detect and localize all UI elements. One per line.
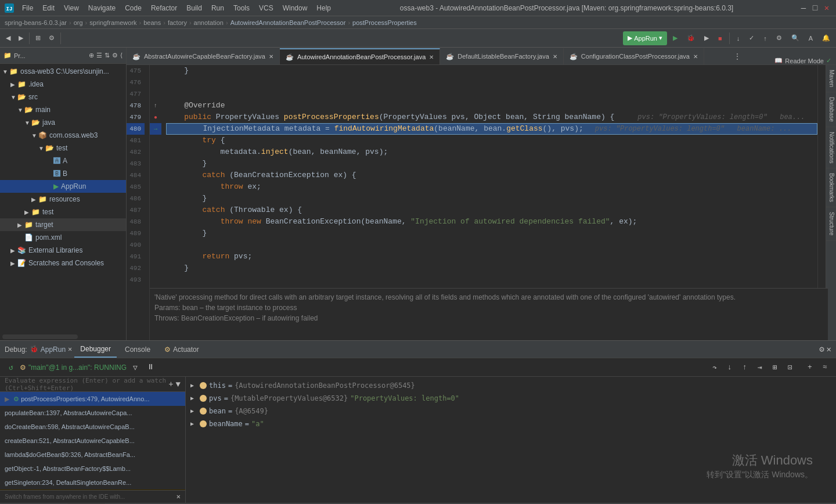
menu-build[interactable]: Build (183, 3, 206, 13)
reader-mode-button[interactable]: 📖 Reader Mode ✓ (770, 57, 836, 64)
menu-code[interactable]: Code (121, 3, 145, 13)
notifications-btn[interactable]: 🔔 (819, 31, 834, 45)
expand-beanname[interactable]: ▶ (190, 418, 197, 430)
mute-breakpoints-btn[interactable]: ⊡ (784, 361, 797, 374)
add-watch-btn[interactable]: + (803, 361, 816, 374)
close-panel-icon[interactable]: ✕ (827, 344, 831, 354)
sidebar-item-idea[interactable]: ▶ 📁 .idea (0, 78, 126, 91)
menu-run[interactable]: Run (208, 3, 228, 13)
debug-pause-icon[interactable]: ⏸ (144, 361, 157, 374)
expand-pvs[interactable]: ▶ (190, 393, 197, 404)
menu-view[interactable]: View (60, 3, 82, 13)
sidebar-item-classB[interactable]: ▶ 🅱 B (0, 167, 126, 180)
git-push-btn[interactable]: ↑ (760, 31, 770, 45)
sidebar-item-src[interactable]: ▼ 📂 src (0, 91, 126, 103)
tab-config-post[interactable]: ☕ ConfigurationClassPostProcessor.java ✕ (564, 48, 704, 64)
menu-window[interactable]: Window (279, 3, 311, 13)
toolbar-fwd-btn[interactable]: ▶ (15, 31, 27, 45)
debug-footer-close[interactable]: ✕ (176, 492, 181, 501)
sidebar-item-test[interactable]: ▼ 📂 test (0, 142, 126, 154)
sidebar-item-package[interactable]: ▼ 📦 com.ossa.web3 (0, 129, 126, 142)
debug-var-beanname[interactable]: ▶ beanName = "a" (186, 417, 836, 430)
bc-item-1[interactable]: org (74, 19, 83, 26)
sidebar-item-java[interactable]: ▼ 📂 java (0, 116, 126, 129)
minimize-button[interactable]: — (799, 3, 808, 13)
debug-frame-5[interactable]: getObject:-1, AbstractBeanFactory$$Lamb.… (0, 462, 185, 476)
debug-tab-console[interactable]: Console (119, 341, 156, 358)
sidebar-item-resources[interactable]: ▶ 📁 resources (0, 193, 126, 206)
git-update-btn[interactable]: ↓ (733, 31, 744, 45)
sidebar-item-ext-libs[interactable]: ▶ 📚 External Libraries (0, 244, 126, 257)
tab-default-listable[interactable]: ☕ DefaultListableBeanFactory.java ✕ (440, 48, 564, 64)
bc-item-2[interactable]: springframework (89, 19, 136, 26)
debug-restart-icon[interactable]: ↺ (5, 361, 17, 374)
run-coverage-btn[interactable]: ▶ (701, 31, 712, 45)
debug-frame-2[interactable]: doCreateBean:598, AbstractAutowireCapaB.… (0, 420, 185, 434)
sidebar-item-target[interactable]: ▶ 📁 target (0, 218, 126, 231)
expand-bean[interactable]: ▶ (190, 405, 197, 417)
maximize-button[interactable]: □ (810, 3, 820, 13)
side-label-notifications[interactable]: Notifications (826, 127, 836, 168)
run-debug-btn[interactable]: 🐞 (683, 31, 698, 45)
debug-frame-1[interactable]: populateBean:1397, AbstractAutowireCapa.… (0, 406, 185, 420)
debug-tab-actuator[interactable]: ⚙ Actuator (158, 341, 205, 358)
step-into-btn[interactable]: ↓ (723, 361, 736, 374)
menu-navigate[interactable]: Navigate (85, 3, 119, 13)
sidebar-item-main[interactable]: ▼ 📂 main (0, 103, 126, 116)
sidebar-item-pomxml[interactable]: ▶ 📄 pom.xml (0, 231, 126, 244)
search-btn[interactable]: 🔍 (788, 31, 803, 45)
sidebar-settings-icon[interactable]: ⚙ (112, 52, 118, 59)
toolbar-settings-btn[interactable]: ⚙ (45, 31, 58, 45)
bc-item-7[interactable]: postProcessProperties (352, 19, 417, 26)
tab-close-icon[interactable]: ✕ (693, 53, 698, 60)
menu-refactor[interactable]: Refactor (147, 3, 181, 13)
settings-icon[interactable]: ⚙ (819, 344, 824, 354)
debug-frame-6[interactable]: getSingleton:234, DefaultSingletonBeanRe… (0, 476, 185, 489)
step-over-btn[interactable]: ↷ (708, 361, 721, 374)
side-label-structure[interactable]: Structure (826, 207, 836, 241)
sidebar-item-scratches[interactable]: ▶ 📝 Scratches and Consoles (0, 257, 126, 269)
run-button[interactable]: ▶ AppRun ▾ (623, 31, 667, 45)
sidebar-list-icon[interactable]: ☰ (96, 52, 102, 59)
expand-this[interactable]: ▶ (190, 380, 197, 391)
sidebar-item-classA[interactable]: ▶ 🅰 A (0, 154, 126, 167)
tab-autowired-processor[interactable]: ☕ AutowiredAnnotationBeanPostProcessor.j… (280, 48, 440, 64)
tab-close-icon[interactable]: ✕ (553, 53, 557, 60)
close-button[interactable]: ✕ (822, 3, 831, 13)
tabs-more[interactable]: ⋮ (729, 48, 745, 64)
git-commit-btn[interactable]: ✓ (745, 31, 758, 45)
bc-item-3[interactable]: beans (143, 19, 161, 26)
settings-gear-btn[interactable]: ⚙ (773, 31, 785, 45)
debug-var-this[interactable]: ▶ this = {AutowiredAnnotationBeanPostPro… (186, 379, 836, 392)
debug-frame-0[interactable]: ▶ ⚙ postProcessProperties:479, Autowired… (0, 392, 185, 406)
debug-frame-3[interactable]: createBean:521, AbstractAutowireCapableB… (0, 434, 185, 448)
bc-item-6[interactable]: AutowiredAnnotationBeanPostProcessor (230, 19, 346, 26)
side-label-bookmarks[interactable]: Bookmarks (826, 168, 836, 207)
add-watch-icon[interactable]: + (168, 380, 173, 389)
debug-frame-4[interactable]: lambda$doGetBean$0:326, AbstractBeanFa..… (0, 448, 185, 462)
menu-vcs[interactable]: VCS (255, 3, 277, 13)
menu-tools[interactable]: Tools (230, 3, 253, 13)
menu-file[interactable]: File (19, 3, 37, 13)
sidebar-scrollbar[interactable] (2, 334, 78, 339)
run-play-btn[interactable]: ▶ (669, 31, 681, 45)
tab-close-icon[interactable]: ✕ (269, 53, 273, 60)
sidebar-sort-icon[interactable]: ⇅ (105, 52, 110, 59)
run-stop-btn[interactable]: ■ (715, 31, 726, 45)
side-label-maven[interactable]: Maven (826, 65, 836, 92)
run-to-cursor-btn[interactable]: ⇥ (754, 361, 766, 374)
debug-var-bean[interactable]: ▶ bean = {A@6549} (186, 405, 836, 417)
expand-watch-icon[interactable]: ▼ (176, 380, 181, 389)
menu-edit[interactable]: Edit (39, 3, 58, 13)
step-out-btn[interactable]: ↑ (738, 361, 751, 374)
sidebar-item-test2[interactable]: ▶ 📁 test (0, 206, 126, 218)
view-breakpoints-btn[interactable]: ⊞ (769, 361, 781, 374)
debug-close-icon[interactable]: ✕ (68, 345, 72, 354)
tab-abstract-factory[interactable]: ☕ AbstractAutowireCapableBeanFactory.jav… (127, 48, 280, 64)
evaluate-placeholder[interactable]: Evaluate expression (Enter) or add a wat… (5, 377, 166, 392)
sidebar-collapse-icon[interactable]: ⟨ (120, 52, 122, 59)
side-label-database[interactable]: Database (826, 92, 836, 127)
bc-item-0[interactable]: spring-beans-6.0.3.jar (5, 19, 67, 26)
bc-item-5[interactable]: annotation (194, 19, 224, 26)
eval-expr-btn[interactable]: ≈ (819, 361, 831, 374)
